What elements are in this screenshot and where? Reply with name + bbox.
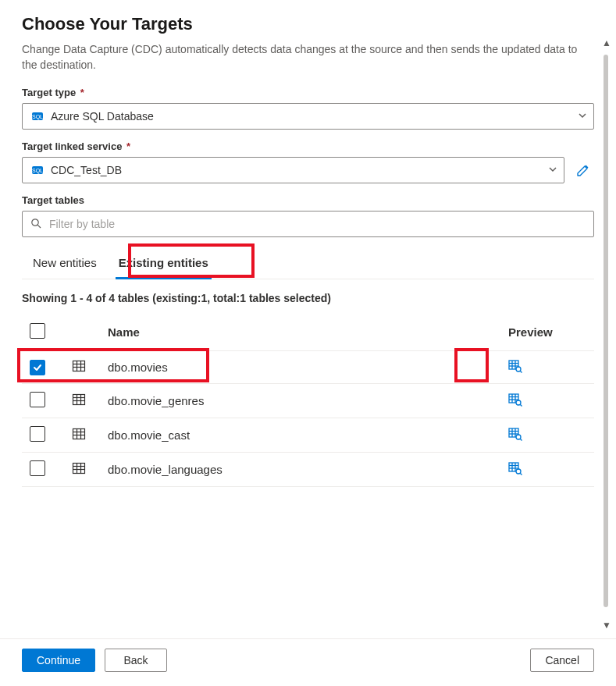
scroll-up-arrow[interactable]: ▲ [602, 37, 610, 48]
scrollbar-track[interactable] [604, 55, 608, 607]
entity-tabs: New entities Existing entities [22, 248, 594, 279]
table-name-cell: dbo.movie_languages [100, 453, 500, 487]
svg-point-40 [516, 435, 521, 439]
tab-new-entities[interactable]: New entities [22, 248, 108, 279]
svg-text:SQL: SQL [32, 168, 43, 174]
table-row: dbo.movie_languages [22, 453, 594, 487]
preview-button[interactable] [508, 393, 522, 407]
table-row: dbo.movie_cast [22, 418, 594, 453]
svg-rect-42 [73, 464, 85, 474]
table-name-cell: dbo.movie_genres [100, 384, 500, 418]
table-icon [72, 427, 86, 441]
table-name-cell: dbo.movie_cast [100, 418, 500, 453]
pencil-icon [576, 163, 590, 177]
svg-line-41 [520, 439, 522, 440]
svg-line-5 [37, 225, 41, 228]
svg-line-17 [520, 371, 522, 372]
cancel-button[interactable]: Cancel [530, 649, 594, 672]
azure-sql-icon: SQL [30, 109, 45, 123]
linked-service-dropdown[interactable]: SQL CDC_Test_DB [22, 157, 564, 183]
svg-point-16 [516, 367, 521, 371]
name-header: Name [100, 314, 500, 351]
back-button[interactable]: Back [105, 649, 167, 672]
linked-service-value: CDC_Test_DB [45, 164, 548, 176]
svg-point-28 [516, 400, 521, 405]
footer-bar: Continue Back Cancel [0, 638, 616, 686]
target-tables-label: Target tables [22, 194, 594, 206]
preview-button[interactable] [508, 359, 522, 373]
preview-header: Preview [500, 314, 594, 351]
table-row: dbo.movie_genres [22, 384, 594, 418]
svg-text:SQL: SQL [32, 114, 43, 120]
linked-service-label: Target linked service * [22, 140, 594, 152]
table-row: dbo.movies [22, 351, 594, 384]
scroll-down-arrow[interactable]: ▼ [602, 620, 610, 631]
target-type-dropdown[interactable]: SQL Azure SQL Database [22, 103, 594, 130]
continue-button[interactable]: Continue [22, 649, 95, 672]
svg-rect-30 [73, 429, 85, 439]
table-icon [72, 393, 86, 407]
content-pane: Choose Your Targets Change Data Capture … [0, 0, 616, 638]
row-checkbox[interactable] [30, 392, 45, 407]
svg-line-29 [520, 404, 522, 406]
row-checkbox[interactable] [30, 460, 45, 476]
required-marker: * [80, 87, 84, 98]
target-type-value: Azure SQL Database [45, 110, 578, 123]
table-icon [72, 359, 86, 373]
required-marker: * [126, 140, 130, 152]
select-all-checkbox[interactable] [30, 323, 45, 339]
table-icon [72, 461, 86, 475]
row-checkbox[interactable] [30, 426, 45, 442]
page-description: Change Data Capture (CDC) automatically … [22, 42, 584, 73]
table-name-cell: dbo.movies [100, 351, 500, 384]
svg-line-53 [520, 473, 522, 475]
chevron-down-icon [578, 110, 587, 123]
preview-button[interactable] [508, 461, 522, 475]
target-type-label: Target type * [22, 87, 594, 98]
search-icon [30, 218, 41, 231]
svg-rect-18 [73, 395, 85, 405]
page-title: Choose Your Targets [22, 14, 594, 34]
edit-linked-service-button[interactable] [572, 159, 594, 181]
filter-tables-input[interactable] [48, 217, 586, 231]
azure-sql-icon: SQL [30, 163, 45, 177]
chevron-down-icon [548, 164, 557, 176]
svg-rect-6 [73, 361, 85, 371]
svg-point-52 [516, 469, 521, 474]
filter-tables-input-wrapper[interactable] [22, 211, 594, 237]
table-status-line: Showing 1 - 4 of 4 tables (existing:1, t… [22, 292, 594, 304]
svg-point-4 [32, 219, 38, 225]
preview-button[interactable] [508, 427, 522, 441]
entities-table: Name Preview dbo.moviesdbo.movie_genresd… [22, 314, 594, 487]
tab-existing-entities[interactable]: Existing entities [108, 248, 219, 279]
row-checkbox[interactable] [30, 360, 45, 375]
